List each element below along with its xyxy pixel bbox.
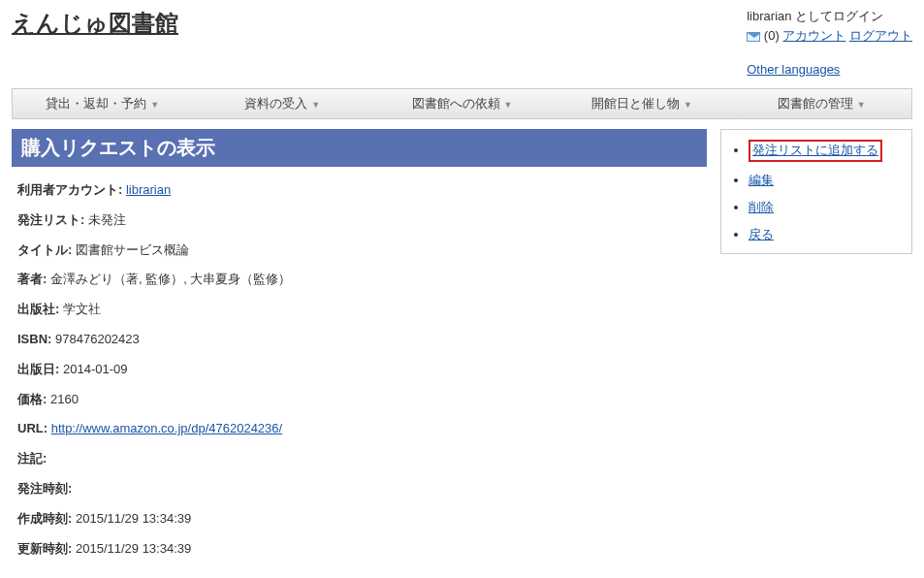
page-title: 購入リクエストの表示 — [12, 129, 707, 167]
item-url-link[interactable]: http://www.amazon.co.jp/dp/4762024236/ — [51, 421, 283, 435]
field-publisher: 出版社: 学文社 — [17, 300, 701, 320]
main-content: 購入リクエストの表示 利用者アカウント: librarian 発注リスト: 未発… — [12, 129, 707, 574]
other-languages-link[interactable]: Other languages — [747, 62, 840, 77]
sidebar-item-edit[interactable]: 編集 — [749, 172, 902, 189]
field-note: 注記: — [17, 449, 701, 469]
chevron-down-icon: ▼ — [504, 100, 513, 110]
site-title-link[interactable]: えんじゅ図書館 — [12, 8, 178, 39]
chevron-down-icon: ▼ — [684, 100, 692, 110]
chevron-down-icon: ▼ — [150, 100, 159, 110]
login-info: librarian としてログイン (0) アカウント ログアウト Other … — [747, 8, 912, 77]
field-created-at: 作成時刻: 2015/11/29 13:34:39 — [17, 509, 701, 530]
user-account-link[interactable]: librarian — [126, 182, 171, 197]
chevron-down-icon: ▼ — [311, 100, 320, 110]
field-title: タイトル: 図書館サービス概論 — [17, 241, 701, 261]
nav-admin[interactable]: 図書館の管理▼ — [732, 89, 911, 118]
nav-events[interactable]: 開館日と催し物▼ — [552, 89, 731, 118]
field-price: 価格: 2160 — [17, 390, 701, 410]
field-pubdate: 出版日: 2014-01-09 — [17, 360, 701, 380]
nav-acquisition[interactable]: 資料の受入▼ — [192, 89, 371, 118]
logout-link[interactable]: ログアウト — [849, 28, 912, 43]
field-url: URL: http://www.amazon.co.jp/dp/47620242… — [17, 419, 701, 439]
field-updated-at: 更新時刻: 2015/11/29 13:34:39 — [17, 539, 701, 560]
field-ordered-at: 発注時刻: — [17, 479, 701, 499]
sidebar-item-back[interactable]: 戻る — [749, 226, 902, 243]
field-author: 著者: 金澤みどり（著, 監修）, 大串夏身（監修） — [17, 270, 701, 290]
navbar: 貸出・返却・予約▼ 資料の受入▼ 図書館への依頼▼ 開館日と催し物▼ 図書館の管… — [12, 88, 912, 119]
envelope-icon — [747, 32, 760, 42]
field-user-account: 利用者アカウント: librarian — [17, 180, 701, 201]
field-isbn: ISBN: 978476202423 — [17, 330, 701, 350]
login-as-text: librarian としてログイン — [747, 8, 912, 25]
sidebar-item-add-to-order-list[interactable]: 発注リストに追加する — [749, 140, 902, 162]
message-count: (0) — [764, 28, 780, 43]
field-order-list: 発注リスト: 未発注 — [17, 210, 701, 231]
chevron-down-icon: ▼ — [857, 100, 866, 110]
sidebar-item-delete[interactable]: 削除 — [749, 199, 902, 216]
nav-lending[interactable]: 貸出・返却・予約▼ — [13, 89, 192, 118]
sidebar: 発注リストに追加する 編集 削除 戻る — [720, 129, 912, 254]
nav-requests[interactable]: 図書館への依頼▼ — [372, 89, 552, 118]
account-link[interactable]: アカウント — [782, 28, 845, 43]
